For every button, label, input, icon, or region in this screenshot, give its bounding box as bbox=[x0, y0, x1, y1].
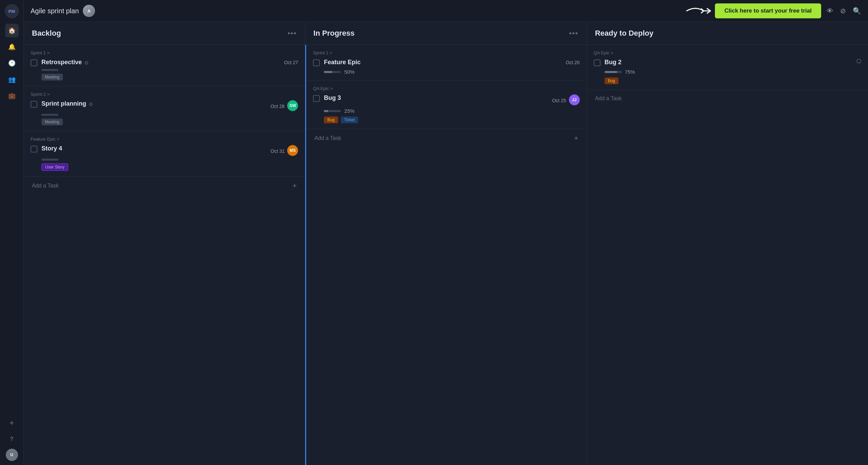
task-card-story4: Story 4 Oct 31 MS bbox=[31, 145, 298, 171]
page-title: Agile sprint plan bbox=[31, 7, 79, 15]
user-avatar[interactable]: U bbox=[6, 449, 18, 461]
task-progress-sprint-planning bbox=[31, 114, 298, 116]
progress-bar-story4 bbox=[41, 159, 58, 161]
sidebar-item-team[interactable]: 👥 bbox=[5, 73, 19, 86]
add-task-label-ready-to-deploy: Add a Task bbox=[595, 95, 622, 102]
arrow-cta-container: Click here to start your free trial bbox=[685, 3, 821, 18]
arrow-icon bbox=[685, 4, 712, 18]
task-title-row-bug3: Bug 3 Oct 25 JJ bbox=[324, 94, 579, 105]
task-card-header-feature-epic: Feature Epic Oct 20 bbox=[313, 59, 579, 66]
task-card-header-retrospective: Retrospective ◇ Oct 27 bbox=[31, 59, 298, 66]
progress-bar-bug3 bbox=[324, 110, 341, 112]
tag-meeting-retrospective[interactable]: Meeting bbox=[41, 74, 63, 81]
sidebar-logo[interactable]: PM bbox=[5, 4, 19, 18]
column-header-ready-to-deploy: Ready to Deploy bbox=[587, 22, 868, 45]
task-card-feature-epic: Feature Epic Oct 20 50% bbox=[313, 59, 579, 75]
add-task-in-progress[interactable]: Add a Task + bbox=[306, 129, 586, 147]
task-date-story4: Oct 31 bbox=[271, 148, 284, 154]
tag-bug-bug2[interactable]: Bug bbox=[605, 77, 618, 84]
kanban-board: Backlog ••• Sprint 1 > Retrospective ◇ bbox=[24, 22, 868, 465]
task-date-bug3: Oct 25 bbox=[552, 98, 566, 103]
task-group-retrospective: Sprint 1 > Retrospective ◇ Oct 27 bbox=[24, 45, 305, 86]
progress-text-bug2: 75% bbox=[625, 69, 635, 75]
progress-bar-sprint-planning bbox=[41, 114, 58, 116]
sidebar-item-recent[interactable]: 🕐 bbox=[5, 56, 19, 70]
task-tags-bug2: Bug bbox=[594, 77, 861, 84]
task-card-header-bug3: Bug 3 Oct 25 JJ bbox=[313, 94, 579, 105]
tag-user-story-story4[interactable]: User Story bbox=[41, 163, 68, 171]
task-card-header-sprint-planning: Sprint planning ◇ Oct 28 SW bbox=[31, 100, 298, 111]
progress-text-bug3: 25% bbox=[344, 108, 354, 114]
task-tags-bug3: Bug Ticket bbox=[313, 117, 579, 123]
task-checkbox-story4[interactable] bbox=[31, 146, 37, 153]
view-icon[interactable]: 👁 bbox=[827, 7, 833, 15]
column-menu-in-progress[interactable]: ••• bbox=[569, 30, 578, 37]
add-task-ready-to-deploy[interactable]: Add a Task bbox=[587, 90, 868, 107]
task-epic-story4: Feature Epic > bbox=[31, 137, 298, 142]
add-task-plus-in-progress[interactable]: + bbox=[574, 135, 578, 142]
add-task-backlog[interactable]: Add a Task + bbox=[24, 177, 305, 195]
task-assignee-jj: JJ bbox=[569, 94, 580, 105]
column-content-ready-to-deploy: QA Epic > Bug 2 bbox=[587, 45, 868, 465]
task-tags-retrospective: Meeting bbox=[31, 74, 298, 81]
task-diamond-retrospective: ◇ bbox=[85, 60, 88, 65]
task-title-row-retrospective: Retrospective ◇ Oct 27 bbox=[41, 59, 298, 66]
task-progress-bug2: 75% bbox=[594, 69, 861, 75]
sidebar: PM 🏠 🔔 🕐 👥 💼 + ? U bbox=[0, 0, 24, 465]
main-content: Agile sprint plan A Click here to start … bbox=[24, 0, 868, 465]
task-checkbox-bug3[interactable] bbox=[313, 95, 320, 102]
column-header-in-progress: In Progress ••• bbox=[305, 22, 586, 45]
task-date-sprint-planning: Oct 28 bbox=[271, 104, 284, 109]
task-card-retrospective: Retrospective ◇ Oct 27 bbox=[31, 59, 298, 81]
progress-bar-retrospective bbox=[41, 69, 58, 71]
progress-text-feature-epic: 50% bbox=[344, 69, 354, 75]
column-ready-to-deploy: Ready to Deploy QA Epic > Bug 2 bbox=[587, 22, 868, 465]
task-title-sprint-planning: Sprint planning ◇ bbox=[41, 100, 93, 107]
sidebar-item-home[interactable]: 🏠 bbox=[5, 24, 19, 37]
task-group-sprint-planning: Sprint 2 > Sprint planning ◇ Oct 28 bbox=[24, 86, 305, 131]
add-task-plus-backlog[interactable]: + bbox=[292, 182, 297, 190]
column-title-backlog: Backlog bbox=[32, 29, 61, 38]
add-task-label-in-progress: Add a Task bbox=[314, 135, 341, 141]
sidebar-item-help[interactable]: ? bbox=[5, 432, 19, 446]
progress-bar-bug2 bbox=[605, 71, 622, 73]
task-title-row-sprint-planning: Sprint planning ◇ Oct 28 SW bbox=[41, 100, 298, 111]
progress-fill-feature-epic bbox=[324, 71, 332, 73]
column-menu-backlog[interactable]: ••• bbox=[288, 30, 297, 37]
column-content-backlog: Sprint 1 > Retrospective ◇ Oct 27 bbox=[24, 45, 305, 465]
filter-icon[interactable]: ⊘ bbox=[840, 7, 846, 15]
task-card-header-bug2: Bug 2 bbox=[594, 59, 861, 66]
task-title-feature-epic: Feature Epic bbox=[324, 59, 361, 66]
task-assignee-sw: SW bbox=[287, 100, 298, 111]
search-icon[interactable]: 🔍 bbox=[853, 7, 861, 15]
task-tags-story4: User Story bbox=[31, 163, 298, 171]
task-checkbox-feature-epic[interactable] bbox=[313, 59, 320, 66]
topbar: Agile sprint plan A Click here to start … bbox=[24, 0, 868, 22]
sidebar-item-portfolio[interactable]: 💼 bbox=[5, 89, 19, 103]
add-task-label-backlog: Add a Task bbox=[32, 183, 59, 189]
task-progress-bug3: 25% bbox=[313, 108, 579, 114]
task-checkbox-bug2[interactable] bbox=[594, 59, 601, 66]
task-group-bug2: QA Epic > Bug 2 bbox=[587, 45, 868, 90]
sidebar-item-add[interactable]: + bbox=[5, 416, 19, 430]
sidebar-item-notifications[interactable]: 🔔 bbox=[5, 40, 19, 54]
task-checkbox-retrospective[interactable] bbox=[31, 59, 37, 66]
tag-meeting-sprint-planning[interactable]: Meeting bbox=[41, 119, 63, 125]
task-title-row-story4: Story 4 Oct 31 MS bbox=[41, 145, 298, 156]
task-diamond-sprint-planning: ◇ bbox=[89, 101, 93, 107]
progress-fill-bug3 bbox=[324, 110, 328, 112]
cta-button[interactable]: Click here to start your free trial bbox=[715, 3, 821, 18]
task-date-feature-epic: Oct 20 bbox=[566, 60, 579, 65]
column-title-ready-to-deploy: Ready to Deploy bbox=[595, 29, 653, 38]
progress-fill-bug2 bbox=[605, 71, 617, 73]
tag-ticket-bug3[interactable]: Ticket bbox=[341, 117, 358, 123]
task-checkbox-sprint-planning[interactable] bbox=[31, 101, 37, 108]
task-tags-sprint-planning: Meeting bbox=[31, 119, 298, 125]
column-title-in-progress: In Progress bbox=[313, 29, 354, 38]
task-group-story4: Feature Epic > Story 4 Oct 31 MS bbox=[24, 131, 305, 177]
task-title-bug2: Bug 2 bbox=[605, 59, 622, 66]
tag-bug-bug3[interactable]: Bug bbox=[324, 117, 338, 123]
task-title-story4: Story 4 bbox=[41, 145, 62, 152]
topbar-avatar[interactable]: A bbox=[83, 5, 95, 17]
task-date-retrospective: Oct 27 bbox=[284, 60, 298, 65]
